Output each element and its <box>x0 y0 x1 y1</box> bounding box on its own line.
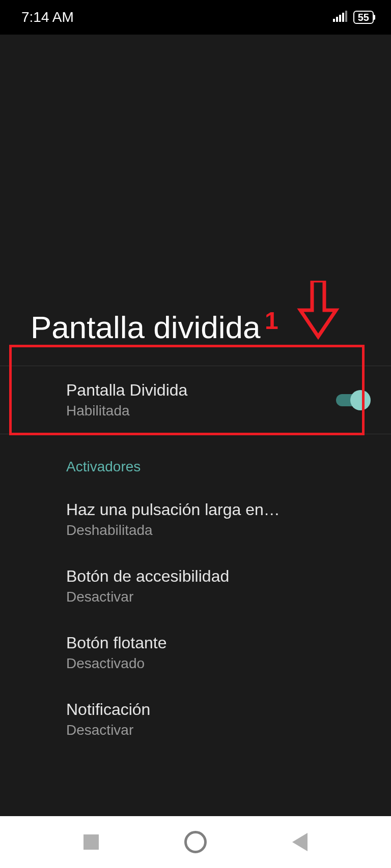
setting-text: Notificación Desactivar <box>66 700 371 738</box>
svg-rect-3 <box>342 13 344 22</box>
settings-content: Pantalla dividida Pantalla Dividida Habi… <box>0 35 391 753</box>
status-time: 7:14 AM <box>21 9 74 25</box>
nav-back-button[interactable] <box>292 833 308 851</box>
annotation-number-1: 1 <box>265 307 278 335</box>
setting-subtitle: Desactivar <box>66 589 371 605</box>
svg-rect-0 <box>333 19 335 22</box>
setting-text: Haz una pulsación larga en… Deshabilitad… <box>66 500 371 538</box>
svg-rect-4 <box>345 11 347 22</box>
setting-notification[interactable]: Notificación Desactivar <box>0 686 391 753</box>
nav-home-button[interactable] <box>184 831 207 853</box>
setting-text: Botón flotante Desactivado <box>66 634 371 672</box>
setting-text: Botón de accesibilidad Desactivar <box>66 567 371 605</box>
section-header-activators: Activadores <box>0 434 391 486</box>
setting-title: Botón flotante <box>66 634 371 652</box>
nav-recent-button[interactable] <box>83 834 99 850</box>
status-bar: 7:14 AM 55 <box>0 0 391 35</box>
setting-floating-button[interactable]: Botón flotante Desactivado <box>0 619 391 686</box>
setting-long-press[interactable]: Haz una pulsación larga en… Deshabilitad… <box>0 486 391 553</box>
setting-title: Pantalla Dividida <box>66 381 326 400</box>
setting-title: Notificación <box>66 700 371 719</box>
setting-subtitle: Habilitada <box>66 403 326 419</box>
setting-subtitle: Desactivar <box>66 722 371 738</box>
square-icon <box>83 834 99 850</box>
setting-accessibility-button[interactable]: Botón de accesibilidad Desactivar <box>0 553 391 619</box>
navigation-bar <box>0 816 391 868</box>
switch-thumb <box>350 390 371 410</box>
setting-title: Haz una pulsación larga en… <box>66 500 371 519</box>
setting-text: Pantalla Dividida Habilitada <box>66 381 326 419</box>
setting-subtitle: Deshabilitada <box>66 522 371 538</box>
annotation-arrow-icon <box>295 281 341 344</box>
svg-rect-2 <box>339 15 341 22</box>
setting-title: Botón de accesibilidad <box>66 567 371 586</box>
setting-subtitle: Desactivado <box>66 655 371 672</box>
triangle-icon <box>292 833 308 851</box>
status-right: 55 <box>333 9 374 25</box>
battery-icon: 55 <box>353 11 374 24</box>
toggle-switch[interactable] <box>336 390 371 410</box>
svg-rect-1 <box>336 17 338 22</box>
setting-split-screen-toggle[interactable]: Pantalla Dividida Habilitada <box>0 366 391 434</box>
signal-icon <box>333 9 348 25</box>
circle-icon <box>184 831 207 853</box>
